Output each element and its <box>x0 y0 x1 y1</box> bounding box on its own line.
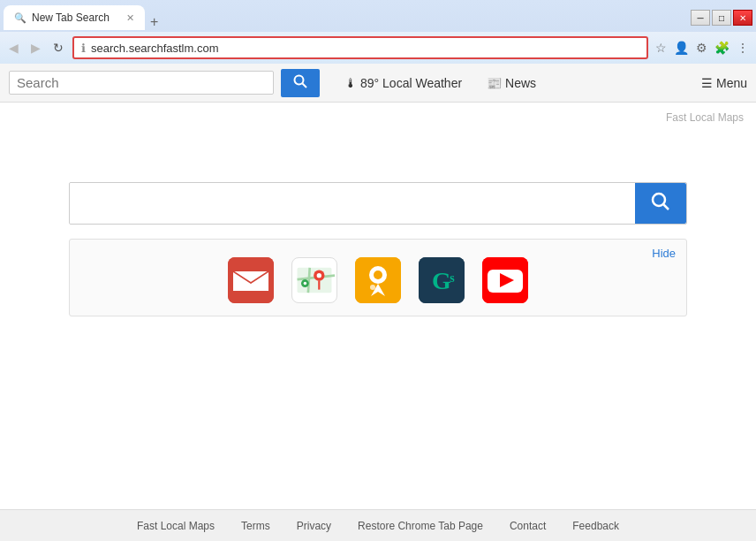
weather-button[interactable]: 🌡 89° Local Weather <box>344 76 462 90</box>
google-maps-app-icon[interactable] <box>291 257 337 303</box>
main-content: Fast Local Maps Hide <box>0 103 756 509</box>
menu-button[interactable]: ☰ Menu <box>701 76 747 90</box>
app-icons-row: G s <box>82 257 674 303</box>
svg-rect-10 <box>298 268 332 293</box>
settings-icon[interactable]: ⚙ <box>694 39 709 57</box>
grammarly-icon: G s <box>419 257 465 303</box>
weather-icon: 🌡 <box>344 76 357 90</box>
main-search-icon <box>651 192 670 211</box>
forward-button[interactable]: ▶ <box>27 39 44 57</box>
maximize-button[interactable]: □ <box>712 10 731 26</box>
svg-text:G: G <box>432 267 451 294</box>
window-controls: ─ □ ✕ <box>691 10 752 26</box>
extensions-icon[interactable]: 🧩 <box>713 39 731 57</box>
menu-label: Menu <box>716 76 747 90</box>
svg-point-0 <box>295 75 304 84</box>
fast-local-maps-link[interactable]: Fast Local Maps <box>666 111 744 124</box>
toolbar-search-input[interactable] <box>17 75 266 90</box>
menu-icon: ☰ <box>701 76 713 90</box>
svg-line-3 <box>664 204 669 210</box>
footer-restore-chrome[interactable]: Restore Chrome Tab Page <box>358 520 483 532</box>
svg-point-17 <box>374 270 382 279</box>
nav-bar: ◀ ▶ ↻ ℹ search.searchfastlm.com ☆ 👤 ⚙ 🧩 … <box>0 32 756 64</box>
chrome-frame: 🔍 New Tab Search ✕ + ─ □ ✕ ◀ ▶ ↻ ℹ searc… <box>0 0 756 103</box>
address-bar[interactable]: ℹ search.searchfastlm.com <box>72 36 648 59</box>
svg-point-14 <box>304 282 307 286</box>
svg-point-12 <box>317 273 321 278</box>
toolbar-search-icon <box>293 74 307 88</box>
footer-feedback[interactable]: Feedback <box>572 520 619 532</box>
footer-terms[interactable]: Terms <box>241 520 270 532</box>
yellow-maps-app-icon[interactable] <box>355 257 401 303</box>
nav-icons: ☆ 👤 ⚙ 🧩 ⋮ <box>654 39 751 57</box>
user-icon[interactable]: 👤 <box>672 39 691 57</box>
main-search-input[interactable] <box>70 183 635 224</box>
secure-icon: ℹ <box>81 42 86 55</box>
refresh-button[interactable]: ↻ <box>49 39 67 57</box>
hide-link[interactable]: Hide <box>652 247 676 260</box>
tab-favicon: 🔍 <box>14 12 26 24</box>
news-label: News <box>505 76 536 90</box>
tab-area: 🔍 New Tab Search ✕ + <box>4 5 163 30</box>
youtube-icon <box>482 257 528 303</box>
minimize-button[interactable]: ─ <box>691 10 710 26</box>
svg-line-1 <box>303 83 307 88</box>
title-bar: 🔍 New Tab Search ✕ + ─ □ ✕ <box>0 0 756 32</box>
svg-point-18 <box>370 285 375 290</box>
footer-contact[interactable]: Contact <box>510 520 546 532</box>
yellow-maps-icon <box>355 257 401 303</box>
news-icon: 📰 <box>487 76 502 90</box>
more-menu-icon[interactable]: ⋮ <box>735 39 751 57</box>
apps-panel: Hide <box>69 239 687 316</box>
footer-fast-local-maps[interactable]: Fast Local Maps <box>137 520 215 532</box>
footer-privacy[interactable]: Privacy <box>297 520 331 532</box>
gmail-app-icon[interactable] <box>228 257 274 303</box>
toolbar-search-area[interactable] <box>9 71 274 95</box>
browser-tab[interactable]: 🔍 New Tab Search ✕ <box>4 5 145 30</box>
new-tab-button[interactable]: + <box>145 14 163 30</box>
search-toolbar: 🌡 89° Local Weather 📰 News ☰ Menu <box>0 64 756 103</box>
svg-text:s: s <box>450 271 455 285</box>
footer: Fast Local Maps Terms Privacy Restore Ch… <box>0 509 756 541</box>
svg-point-2 <box>653 194 665 206</box>
url-text: search.searchfastlm.com <box>91 42 219 55</box>
tab-title: New Tab Search <box>32 11 110 24</box>
back-button[interactable]: ◀ <box>5 39 22 57</box>
main-search-container <box>69 182 687 225</box>
main-search-button[interactable] <box>635 183 686 224</box>
youtube-app-icon[interactable] <box>482 257 528 303</box>
gmail-icon <box>228 257 274 303</box>
grammarly-app-icon[interactable]: G s <box>419 257 465 303</box>
news-button[interactable]: 📰 News <box>487 76 536 90</box>
bookmark-icon[interactable]: ☆ <box>654 39 669 57</box>
close-button[interactable]: ✕ <box>733 10 752 26</box>
toolbar-search-button[interactable] <box>281 69 320 97</box>
weather-label: 89° Local Weather <box>360 76 462 90</box>
google-maps-icon <box>294 260 335 301</box>
tab-close-button[interactable]: ✕ <box>126 12 134 24</box>
